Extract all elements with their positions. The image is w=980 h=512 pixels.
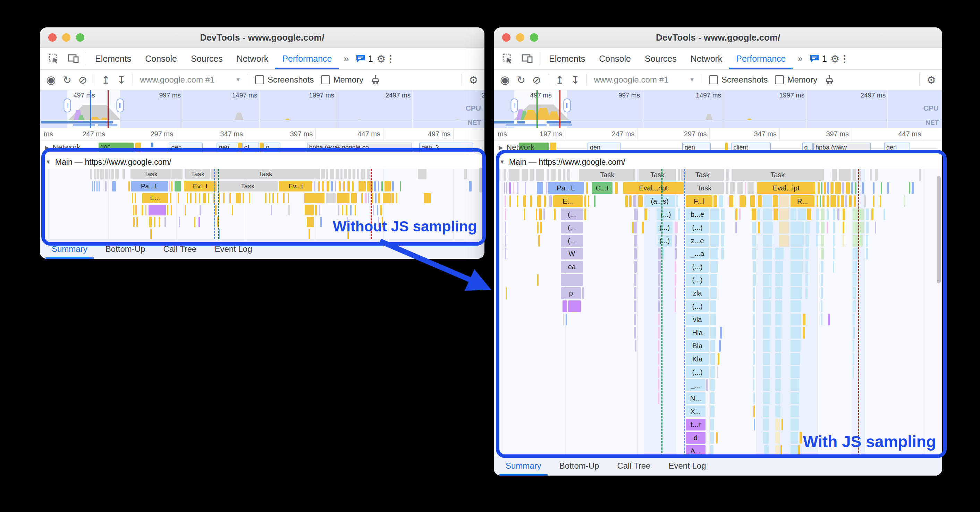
flame-bar[interactable] [881, 182, 882, 194]
flame-bar[interactable] [145, 205, 147, 215]
flame-bar[interactable] [719, 340, 721, 352]
flame-bar[interactable] [820, 195, 821, 207]
flame-bar[interactable] [561, 274, 583, 286]
flame-bar[interactable] [195, 193, 196, 203]
flame-bar[interactable] [853, 248, 858, 259]
flame-bar[interactable] [833, 222, 835, 234]
flame-bar[interactable] [763, 287, 771, 299]
selection-handle[interactable]: ∥ [116, 99, 124, 112]
flame-bar[interactable]: b...e [686, 208, 709, 220]
flame-bar[interactable] [249, 193, 250, 203]
flame-bar[interactable]: Hla [686, 327, 709, 339]
flame-bar[interactable] [94, 169, 97, 179]
flame-bar[interactable] [710, 287, 717, 299]
flame-bar[interactable] [509, 182, 511, 194]
tab-elements[interactable]: Elements [88, 48, 138, 69]
flame-bar[interactable]: (...) [686, 366, 709, 378]
screenshots-checkbox-group[interactable]: Screenshots [709, 75, 768, 85]
flame-bar[interactable] [791, 327, 801, 339]
flame-bar[interactable] [676, 195, 678, 207]
flame-bar[interactable] [320, 217, 322, 227]
flame-bar[interactable] [833, 235, 835, 246]
flame-bar[interactable] [775, 340, 781, 352]
flame-bar[interactable] [791, 287, 802, 299]
flame-bar[interactable] [629, 195, 631, 207]
flame-bar[interactable] [710, 274, 717, 286]
flame-bar[interactable] [469, 181, 472, 191]
flame-bar[interactable] [775, 419, 780, 431]
flame-bar[interactable] [540, 222, 542, 234]
flame-bar[interactable] [517, 195, 518, 207]
flame-bar[interactable] [763, 222, 773, 234]
flame-bar[interactable] [269, 193, 270, 203]
flame-bar[interactable] [740, 195, 746, 207]
flame-bar[interactable] [753, 366, 754, 378]
flame-bar[interactable] [678, 169, 681, 181]
network-request-bar[interactable]: gen [587, 143, 621, 152]
flame-bar[interactable] [752, 248, 756, 259]
flame-bar[interactable] [634, 287, 636, 299]
flame-bar[interactable] [821, 222, 825, 234]
flame-bar[interactable] [171, 181, 172, 191]
flame-bar[interactable] [853, 366, 854, 378]
flame-bar[interactable] [343, 181, 345, 191]
flame-bar[interactable] [710, 432, 714, 444]
flame-bar[interactable] [167, 205, 168, 215]
flame-bar[interactable] [763, 353, 770, 365]
flame-bar[interactable] [638, 195, 643, 207]
flame-bar[interactable] [314, 181, 315, 191]
flame-bar[interactable] [843, 222, 844, 234]
flame-bar[interactable] [658, 392, 659, 404]
tab-performance[interactable]: Performance [729, 48, 792, 69]
flame-bar[interactable] [318, 181, 320, 191]
flame-bar[interactable]: Bla [686, 340, 709, 352]
flame-bar[interactable] [827, 182, 829, 194]
flame-bar[interactable] [546, 182, 547, 194]
flame-bar[interactable] [775, 432, 780, 444]
flame-bar[interactable] [558, 169, 561, 181]
flame-bar[interactable] [803, 327, 805, 339]
flame-bar[interactable]: E... [142, 193, 168, 203]
flame-bar[interactable] [864, 195, 866, 207]
flame-bar[interactable] [500, 169, 501, 181]
flame-bar[interactable] [675, 261, 676, 273]
flame-bar[interactable] [763, 208, 772, 220]
flame-bar[interactable]: Task [130, 169, 171, 179]
flame-bar[interactable] [841, 195, 844, 207]
flame-bar[interactable]: (... [561, 235, 583, 246]
flame-bar[interactable] [750, 195, 755, 207]
network-request-bar[interactable] [151, 143, 153, 148]
flame-bar[interactable] [779, 195, 789, 207]
flame-bar[interactable] [713, 195, 717, 207]
flame-bar[interactable] [530, 195, 532, 207]
flame-bar[interactable]: N... [686, 392, 705, 404]
flame-bar[interactable] [873, 182, 875, 194]
flame-bar[interactable] [658, 313, 660, 325]
flame-bar[interactable] [866, 208, 869, 220]
network-request-bar[interactable]: goo… [99, 143, 134, 152]
save-profile-button[interactable]: ↧ [571, 74, 579, 86]
flame-bar[interactable]: Ev...t [184, 181, 216, 191]
flame-bar[interactable] [853, 327, 855, 339]
flame-bar[interactable] [367, 169, 370, 179]
flame-bar[interactable] [105, 169, 107, 179]
flame-bar[interactable] [675, 301, 676, 312]
flame-bar[interactable] [505, 208, 506, 220]
flame-bar[interactable] [753, 327, 755, 339]
collapse-triangle-icon[interactable]: ▶ [499, 144, 503, 151]
flame-bar[interactable]: Task [732, 169, 824, 181]
flame-bar[interactable] [833, 248, 835, 259]
flame-bar[interactable] [658, 340, 659, 352]
flame-bar[interactable] [780, 445, 782, 456]
flame-bar[interactable] [199, 217, 200, 227]
settings-gear-icon[interactable]: ⚙ [377, 48, 386, 69]
flame-bar[interactable] [94, 181, 95, 191]
flame-bar[interactable] [837, 195, 840, 207]
flame-chart[interactable]: Without JS sampling TaskTaskTaskPa...LEv… [40, 169, 484, 239]
flame-bar[interactable] [779, 222, 789, 234]
flame-bar[interactable] [97, 181, 97, 191]
flame-bar[interactable] [537, 222, 539, 234]
inspect-element-button[interactable] [498, 48, 517, 69]
flame-bar[interactable] [725, 182, 729, 194]
flame-bar[interactable] [818, 182, 820, 194]
